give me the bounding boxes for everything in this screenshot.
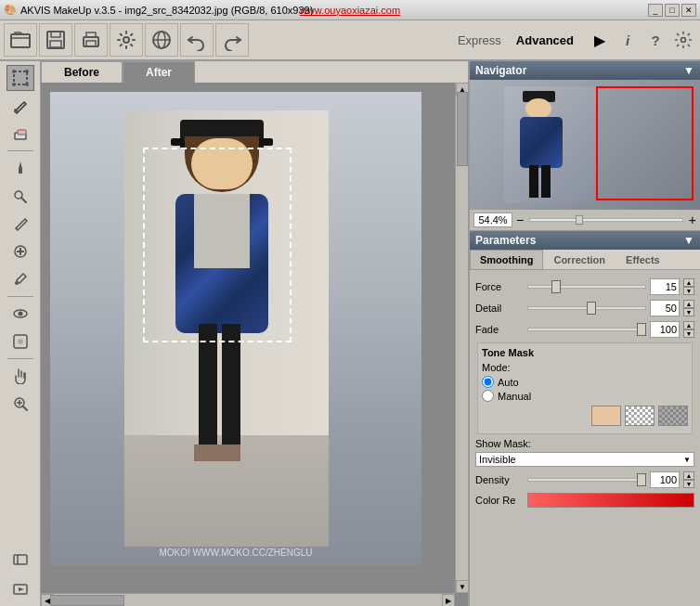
force-spin[interactable]: ▲ ▼ — [683, 278, 694, 295]
canvas-wrapper[interactable]: MOKO! WWW.MOKO.CC/ZHENGLU ▲ ▼ ◀ ▶ — [41, 83, 468, 606]
svg-rect-19 — [19, 167, 22, 174]
detail-spin-down[interactable]: ▼ — [683, 308, 694, 316]
zoom-slider[interactable] — [529, 218, 683, 222]
scroll-thumb-vertical[interactable] — [457, 92, 468, 166]
svg-rect-3 — [50, 41, 61, 47]
prev-button[interactable] — [6, 547, 34, 573]
tab-correction[interactable]: Correction — [543, 250, 616, 269]
fade-spin[interactable]: ▲ ▼ — [683, 321, 694, 338]
open-button[interactable] — [4, 23, 37, 57]
manual-radio[interactable] — [482, 390, 494, 402]
minimize-button[interactable]: _ — [648, 4, 663, 17]
auto-radio[interactable] — [482, 376, 494, 388]
swatch-peach[interactable] — [591, 406, 621, 426]
titlebar-controls[interactable]: _ □ ✕ — [648, 4, 696, 17]
detail-slider-thumb[interactable] — [587, 302, 596, 315]
maximize-button[interactable]: □ — [665, 4, 680, 17]
hand-tool[interactable] — [6, 363, 34, 389]
retouch-tool[interactable] — [6, 211, 34, 237]
eyedrop-tool[interactable] — [6, 266, 34, 292]
help-button[interactable]: ? — [642, 27, 668, 53]
svg-rect-0 — [11, 34, 30, 47]
swatch-checker[interactable] — [625, 406, 655, 426]
force-slider[interactable] — [527, 285, 646, 289]
scroll-thumb-horizontal[interactable] — [50, 595, 124, 606]
detail-value[interactable]: 50 — [650, 300, 680, 316]
redo-button[interactable] — [215, 23, 249, 57]
force-value[interactable]: 15 — [650, 278, 680, 295]
density-spin[interactable]: ▲ ▼ — [683, 471, 694, 488]
paint-tool[interactable] — [6, 155, 34, 181]
param-tabs: Smoothing Correction Effects — [470, 250, 700, 270]
svg-point-10 — [681, 38, 686, 43]
brush-tool[interactable] — [6, 93, 34, 119]
zoom-slider-thumb[interactable] — [576, 215, 583, 225]
force-slider-thumb[interactable] — [551, 280, 561, 293]
navigator-collapse-icon[interactable]: ▼ — [683, 64, 694, 77]
paint2-tool[interactable] — [6, 329, 34, 355]
detail-row: Detail 50 ▲ ▼ — [475, 300, 694, 316]
titlebar-title: AKVIS MakeUp v.3.5 - img2_src_8342032.jp… — [20, 5, 313, 16]
density-spin-down[interactable]: ▼ — [683, 480, 694, 488]
force-row: Force 15 ▲ ▼ — [475, 278, 694, 295]
photo-canvas: MOKO! WWW.MOKO.CC/ZHENGLU — [50, 92, 421, 565]
play-button[interactable]: ▶ — [587, 27, 613, 53]
fade-slider[interactable] — [527, 328, 646, 331]
show-mask-arrow: ▼ — [683, 456, 691, 464]
save-button[interactable] — [39, 23, 72, 57]
zoom-out-button[interactable]: − — [516, 213, 524, 227]
nav-viewport-rect — [596, 86, 693, 200]
heal-tool[interactable] — [6, 239, 34, 264]
tab-advanced[interactable]: Advanced — [512, 32, 577, 49]
zoom-tool[interactable] — [6, 391, 34, 417]
zoom-value[interactable]: 54.4% — [473, 213, 512, 227]
tab-smoothing[interactable]: Smoothing — [470, 250, 543, 269]
density-value[interactable]: 100 — [650, 471, 680, 488]
fade-spin-up[interactable]: ▲ — [683, 321, 694, 329]
photo-person — [124, 110, 329, 547]
detail-slider[interactable] — [527, 306, 646, 310]
navigator-header: Navigator ▼ — [470, 61, 700, 80]
force-spin-down[interactable]: ▼ — [683, 287, 694, 295]
tone-mask-title: Tone Mask — [482, 347, 688, 358]
parameters-collapse-icon[interactable]: ▼ — [683, 234, 694, 247]
titlebar: 🎨 AKVIS MakeUp v.3.5 - img2_src_8342032.… — [0, 0, 700, 20]
fade-slider-thumb[interactable] — [637, 323, 646, 336]
color-swatches — [482, 406, 688, 426]
tab-after[interactable]: After — [123, 61, 195, 83]
force-spin-up[interactable]: ▲ — [683, 278, 694, 287]
swatch-dark[interactable] — [658, 406, 688, 426]
horizontal-scrollbar[interactable]: ◀ ▶ — [41, 593, 455, 606]
undo-button[interactable] — [180, 23, 214, 57]
print-button[interactable] — [74, 23, 108, 57]
eye-tool[interactable] — [6, 301, 34, 327]
select-tool[interactable] — [6, 65, 34, 91]
fade-value[interactable]: 100 — [650, 321, 680, 338]
close-button[interactable]: ✕ — [681, 4, 696, 17]
detail-label: Detail — [475, 303, 524, 314]
color-re-bar[interactable] — [527, 493, 694, 508]
show-mask-select[interactable]: Invisible ▼ — [475, 452, 694, 467]
web-button[interactable] — [145, 23, 178, 57]
vertical-scrollbar[interactable]: ▲ ▼ — [455, 83, 468, 593]
density-slider[interactable] — [527, 478, 646, 482]
scroll-right-button[interactable]: ▶ — [442, 594, 455, 606]
density-spin-up[interactable]: ▲ — [683, 471, 694, 480]
tab-effects[interactable]: Effects — [616, 250, 670, 269]
preferences-button[interactable] — [670, 27, 696, 53]
tab-before[interactable]: Before — [41, 61, 123, 83]
density-slider-thumb[interactable] — [637, 473, 646, 486]
settings-button[interactable] — [110, 23, 143, 57]
next-button[interactable] — [6, 576, 34, 602]
zoom-in-button[interactable]: + — [689, 213, 696, 227]
clone-tool[interactable] — [6, 183, 34, 209]
fade-spin-down[interactable]: ▼ — [683, 329, 694, 338]
detail-spin[interactable]: ▲ ▼ — [683, 300, 694, 316]
eraser-tool[interactable] — [6, 121, 34, 147]
tab-express[interactable]: Express — [454, 32, 505, 49]
nav-preview — [470, 80, 700, 210]
info-button[interactable]: i — [615, 27, 641, 53]
navigator: Navigator ▼ — [470, 61, 700, 231]
scroll-down-button[interactable]: ▼ — [456, 580, 468, 593]
detail-spin-up[interactable]: ▲ — [683, 300, 694, 308]
